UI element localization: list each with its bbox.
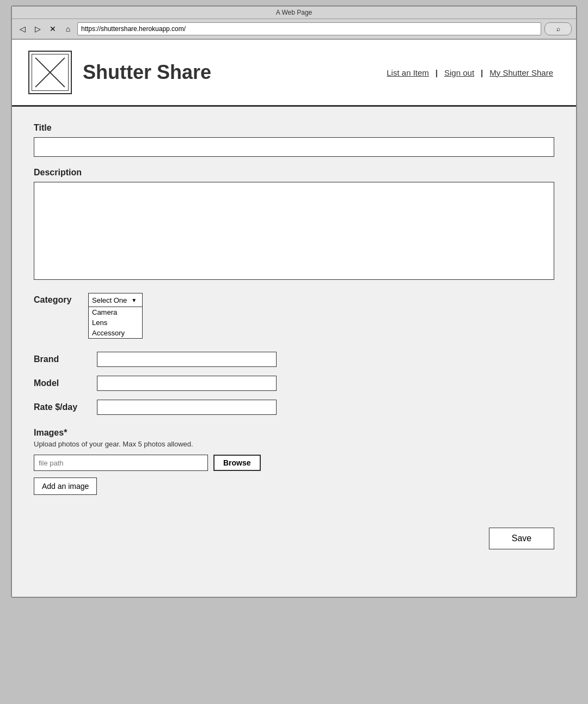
- images-subtext: Upload photos of your gear. Max 5 photos…: [34, 440, 554, 448]
- add-image-button[interactable]: Add an image: [34, 478, 97, 495]
- home-button[interactable]: ⌂: [62, 23, 74, 35]
- sign-out-link[interactable]: Sign out: [438, 68, 481, 77]
- save-row: Save: [34, 517, 554, 549]
- back-button[interactable]: ◁: [16, 23, 28, 35]
- category-select-default: Select One: [92, 296, 127, 304]
- my-shutter-share-link[interactable]: My Shutter Share: [483, 68, 560, 77]
- browser-toolbar: ◁ ▷ ✕ ⌂ ⌕: [12, 19, 576, 40]
- category-dropdown-container: Select One ▼ Camera Lens Accessory: [88, 293, 143, 339]
- browser-title: A Web Page: [276, 9, 313, 16]
- category-row: Category Select One ▼ Camera Lens Access…: [34, 293, 554, 339]
- address-bar[interactable]: [77, 22, 541, 35]
- title-input[interactable]: [34, 137, 554, 157]
- site-header: Shutter Share List an Item | Sign out | …: [12, 40, 576, 107]
- search-button[interactable]: ⌕: [544, 22, 572, 35]
- brand-row: Brand: [34, 352, 554, 367]
- file-path-input[interactable]: [34, 455, 208, 471]
- file-input-row: Browse: [34, 455, 554, 471]
- title-label: Title: [34, 123, 554, 133]
- save-button[interactable]: Save: [489, 528, 554, 549]
- header-nav: List an Item | Sign out | My Shutter Sha…: [380, 68, 560, 77]
- images-section: Images* Upload photos of your gear. Max …: [34, 428, 554, 495]
- logo: [28, 51, 72, 94]
- list-an-item-link[interactable]: List an Item: [380, 68, 436, 77]
- category-option-lens[interactable]: Lens: [89, 317, 142, 328]
- rate-label: Rate $/day: [34, 402, 88, 412]
- images-label: Images*: [34, 428, 554, 438]
- description-label: Description: [34, 168, 554, 177]
- title-group: Title: [34, 123, 554, 157]
- form-area: Title Description Category Select One ▼ …: [12, 107, 576, 597]
- model-row: Model: [34, 376, 554, 391]
- category-option-accessory[interactable]: Accessory: [89, 328, 142, 338]
- brand-input[interactable]: [97, 352, 277, 367]
- site-title: Shutter Share: [83, 61, 380, 84]
- browse-button[interactable]: Browse: [213, 455, 261, 471]
- model-input[interactable]: [97, 376, 277, 391]
- description-textarea[interactable]: [34, 182, 554, 280]
- logo-inner-border: [32, 54, 69, 91]
- category-option-camera[interactable]: Camera: [89, 307, 142, 317]
- page-content: Shutter Share List an Item | Sign out | …: [12, 40, 576, 597]
- category-options-list: Camera Lens Accessory: [88, 307, 143, 339]
- description-group: Description: [34, 168, 554, 282]
- model-label: Model: [34, 378, 88, 388]
- dropdown-arrow-icon: ▼: [131, 297, 137, 303]
- forward-button[interactable]: ▷: [32, 23, 44, 35]
- browser-titlebar: A Web Page: [12, 7, 576, 19]
- category-label: Category: [34, 295, 77, 305]
- stop-button[interactable]: ✕: [47, 23, 59, 35]
- rate-row: Rate $/day: [34, 400, 554, 415]
- rate-input[interactable]: [97, 400, 277, 415]
- brand-label: Brand: [34, 354, 88, 364]
- category-select-header[interactable]: Select One ▼: [88, 293, 143, 307]
